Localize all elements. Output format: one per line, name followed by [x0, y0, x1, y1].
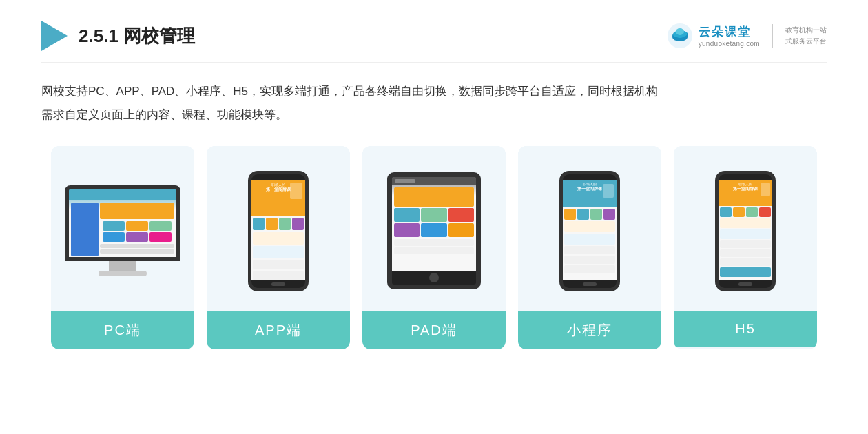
card-pad-label: PAD端 — [362, 311, 506, 349]
phone-notch-h5 — [736, 174, 755, 180]
header-left: 2.5.1 网校管理 — [41, 21, 195, 51]
card-pc-label: PC端 — [51, 311, 194, 349]
brand-text: 云朵课堂 yunduoketang.com — [699, 24, 760, 48]
brand-name: 云朵课堂 — [699, 24, 760, 40]
header: 2.5.1 网校管理 云朵课堂 yunduoketang.com 教育机构一站 — [41, 21, 827, 63]
card-app: 职场人的 第一堂闯牌课 — [207, 146, 350, 349]
description-line1: 网校支持PC、APP、PAD、小程序、H5，实现多端打通，产品各终端自由切换，数… — [41, 80, 827, 103]
description: 网校支持PC、APP、PAD、小程序、H5，实现多端打通，产品各终端自由切换，数… — [41, 80, 827, 127]
section-number: 2.5.1 — [79, 25, 123, 46]
phone-mockup-h5: 职场人的 第一堂闯牌课 — [715, 171, 776, 291]
card-miniapp: 职场人的 第一堂闯牌课 — [518, 146, 661, 349]
logo-triangle-icon — [41, 21, 68, 51]
divider — [772, 24, 773, 48]
phone-notch — [269, 174, 288, 180]
monitor-body — [65, 185, 180, 261]
description-line2: 需求自定义页面上的内容、课程、功能模块等。 — [41, 103, 827, 127]
card-app-image: 职场人的 第一堂闯牌课 — [207, 146, 350, 311]
monitor-base — [99, 271, 147, 276]
card-app-label: APP端 — [207, 311, 350, 349]
cards-row: PC端 职场人的 第一堂闯牌课 — [41, 146, 827, 349]
card-pad: PAD端 — [362, 146, 506, 349]
card-pad-image — [362, 146, 506, 311]
card-pc: PC端 — [51, 146, 194, 349]
card-pc-image — [51, 146, 194, 311]
brand-logo: 云朵课堂 yunduoketang.com 教育机构一站 式服务云平台 — [667, 23, 827, 49]
monitor-stand — [109, 261, 136, 271]
section-title: 网校管理 — [123, 25, 195, 46]
card-miniapp-image: 职场人的 第一堂闯牌课 — [518, 146, 661, 311]
phone-screen-h5: 职场人的 第一堂闯牌课 — [719, 180, 772, 280]
pc-monitor-icon — [65, 185, 180, 276]
phone-home-btn-h5 — [738, 282, 752, 286]
page-title: 2.5.1 网校管理 — [79, 24, 195, 48]
page: 2.5.1 网校管理 云朵课堂 yunduoketang.com 教育机构一站 — [0, 0, 868, 434]
card-h5-image: 职场人的 第一堂闯牌课 — [674, 146, 817, 311]
phone-mockup-app: 职场人的 第一堂闯牌课 — [248, 171, 309, 291]
tablet-mockup-icon — [387, 172, 481, 289]
phone-body-h5: 职场人的 第一堂闯牌课 — [715, 171, 776, 291]
cloud-icon — [667, 23, 693, 49]
phone-screen-app: 职场人的 第一堂闯牌课 — [251, 180, 305, 280]
card-h5: 职场人的 第一堂闯牌课 — [674, 146, 817, 349]
phone-home-btn-miniapp — [583, 282, 597, 286]
brand-url: yunduoketang.com — [699, 40, 760, 48]
tablet-body — [387, 172, 481, 289]
svg-point-7 — [676, 28, 684, 35]
phone-body-app: 职场人的 第一堂闯牌课 — [248, 171, 309, 291]
phone-notch-miniapp — [580, 174, 599, 180]
phone-home-btn — [271, 282, 285, 286]
brand-slogan: 教育机构一站 式服务云平台 — [785, 25, 827, 47]
card-miniapp-label: 小程序 — [518, 311, 661, 349]
tablet-screen — [392, 177, 476, 271]
monitor-screen — [69, 189, 176, 257]
phone-body-miniapp: 职场人的 第一堂闯牌课 — [559, 171, 620, 291]
phone-screen-miniapp: 职场人的 第一堂闯牌课 — [563, 180, 617, 280]
tablet-home-btn — [429, 273, 439, 282]
phone-mockup-miniapp: 职场人的 第一堂闯牌课 — [559, 171, 620, 291]
card-h5-label: H5 — [674, 311, 817, 347]
